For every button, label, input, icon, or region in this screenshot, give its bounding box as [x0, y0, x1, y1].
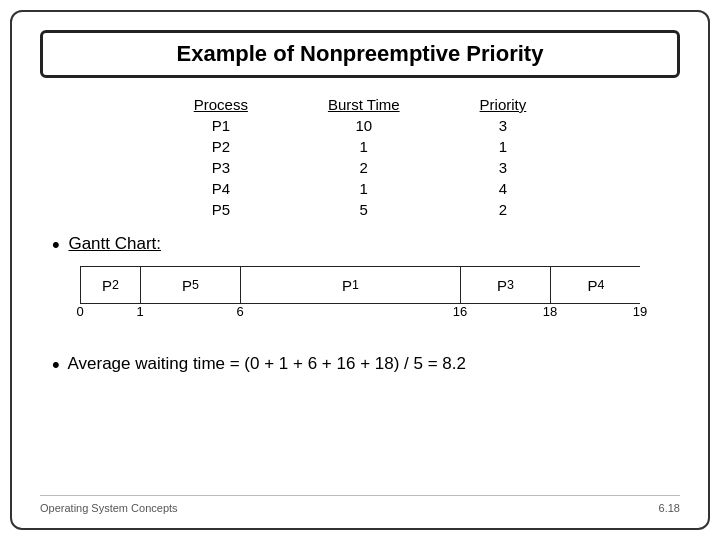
gantt-cell-p3: P3	[461, 267, 551, 303]
table-cell-1-0: P2	[154, 136, 288, 157]
footer-right: 6.18	[659, 502, 680, 514]
gantt-cell-p4: P4	[551, 267, 641, 303]
gantt-tick-16: 16	[453, 304, 467, 319]
table-cell-0-0: P1	[154, 115, 288, 136]
avg-wait-text: Average waiting time = (0 + 1 + 6 + 16 +…	[68, 354, 467, 373]
table-cell-3-0: P4	[154, 178, 288, 199]
process-table: Process Burst Time Priority P1103P211P32…	[154, 94, 567, 220]
table-cell-1-2: 1	[440, 136, 567, 157]
table-cell-2-2: 3	[440, 157, 567, 178]
table-cell-0-2: 3	[440, 115, 567, 136]
table-row: P211	[154, 136, 567, 157]
slide-title: Example of Nonpreemptive Priority	[40, 30, 680, 78]
col-header-process: Process	[154, 94, 288, 115]
col-header-burst: Burst Time	[288, 94, 440, 115]
gantt-tick-18: 18	[543, 304, 557, 319]
gantt-tick-19: 19	[633, 304, 647, 319]
gantt-bars: P2P5P1P3P4	[80, 266, 640, 304]
table-row: P1103	[154, 115, 567, 136]
bullet-dot-avg: •	[52, 352, 60, 377]
avg-wait-line: • Average waiting time = (0 + 1 + 6 + 16…	[52, 352, 680, 378]
table-row: P323	[154, 157, 567, 178]
table-cell-3-1: 1	[288, 178, 440, 199]
gantt-chart: P2P5P1P3P4 016161819	[80, 266, 680, 324]
gantt-tick-6: 6	[236, 304, 243, 319]
bullet-dot-gantt: •	[52, 232, 60, 257]
gantt-tick-labels: 016161819	[80, 304, 640, 324]
footer: Operating System Concepts 6.18	[40, 495, 680, 514]
table-cell-3-2: 4	[440, 178, 567, 199]
slide: Example of Nonpreemptive Priority Proces…	[10, 10, 710, 530]
gantt-tick-1: 1	[136, 304, 143, 319]
table-cell-4-0: P5	[154, 199, 288, 220]
gantt-cell-p5: P5	[141, 267, 241, 303]
gantt-section: • Gantt Chart: P2P5P1P3P4 016161819	[52, 232, 680, 338]
table-cell-4-1: 5	[288, 199, 440, 220]
table-cell-4-2: 2	[440, 199, 567, 220]
table-cell-1-1: 1	[288, 136, 440, 157]
col-header-priority: Priority	[440, 94, 567, 115]
table-row: P552	[154, 199, 567, 220]
gantt-label: Gantt Chart:	[68, 234, 161, 253]
table-cell-2-1: 2	[288, 157, 440, 178]
process-table-section: Process Burst Time Priority P1103P211P32…	[40, 94, 680, 220]
table-row: P414	[154, 178, 567, 199]
table-cell-0-1: 10	[288, 115, 440, 136]
gantt-cell-p2: P2	[81, 267, 141, 303]
footer-left: Operating System Concepts	[40, 502, 178, 514]
table-cell-2-0: P3	[154, 157, 288, 178]
gantt-tick-0: 0	[76, 304, 83, 319]
gantt-title: • Gantt Chart:	[52, 232, 680, 258]
gantt-cell-p1: P1	[241, 267, 461, 303]
